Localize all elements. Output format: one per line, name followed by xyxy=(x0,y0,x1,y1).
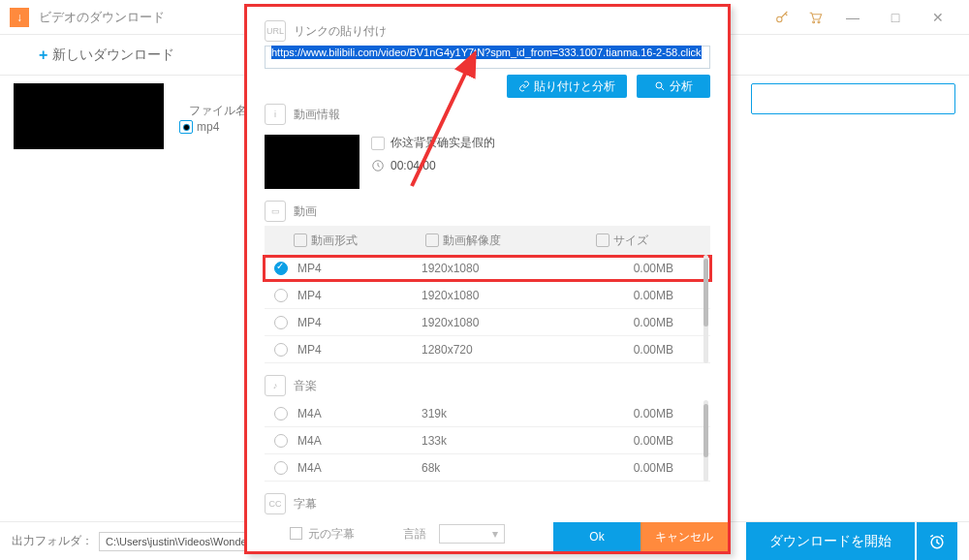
cell-size: 0.00MB xyxy=(586,434,673,448)
url-icon: URL xyxy=(265,20,286,42)
app-logo: ↓ xyxy=(10,8,29,27)
paste-url-dialog: URL リンクの貼り付け https://www.bilibili.com/vi… xyxy=(244,4,731,554)
maximize-button[interactable]: □ xyxy=(874,0,917,35)
right-outline-box xyxy=(751,83,955,114)
table-row[interactable]: M4A 68k 0.00MB xyxy=(265,454,710,482)
music-icon: ♪ xyxy=(265,375,286,396)
start-download-button[interactable]: ダウンロードを開始 xyxy=(746,522,915,561)
cell-size: 0.00MB xyxy=(586,316,673,329)
cell-format: MP4 xyxy=(297,262,422,275)
cell-res: 1920x1080 xyxy=(422,316,586,329)
video-title: 你这背景确实是假的 xyxy=(391,135,495,151)
video-info-header: i 動画情報 xyxy=(265,104,710,125)
subs-section-label: 字幕 xyxy=(294,496,317,513)
paste-analyze-label: 貼り付けと分析 xyxy=(534,78,615,95)
new-download-button[interactable]: 新しいダウンロード xyxy=(52,47,174,64)
bg-thumbnail xyxy=(14,83,164,149)
video-section-label: 動画 xyxy=(294,203,317,220)
th-format-icon xyxy=(294,233,307,247)
close-button[interactable]: ✕ xyxy=(917,0,959,35)
cancel-button[interactable]: キャンセル xyxy=(641,522,728,551)
audio-section-header: ♪ 音楽 xyxy=(265,375,710,396)
video-thumbnail xyxy=(265,135,359,189)
cc-icon: CC xyxy=(265,493,286,514)
th-size-icon xyxy=(596,233,610,247)
video-info-label: 動画情報 xyxy=(294,107,340,123)
paste-header-label: リンクの貼り付け xyxy=(294,23,387,40)
radio[interactable] xyxy=(274,407,288,420)
ok-button[interactable]: Ok xyxy=(553,522,641,551)
app-title: ビデオのダウンロード xyxy=(39,9,165,26)
cell-size: 0.00MB xyxy=(586,289,673,302)
cell-size: 0.00MB xyxy=(586,461,673,475)
cell-format: M4A xyxy=(297,461,422,475)
minimize-button[interactable]: — xyxy=(831,0,874,35)
cell-res: 319k xyxy=(422,407,586,420)
svg-point-5 xyxy=(656,82,662,88)
svg-point-2 xyxy=(818,20,820,22)
svg-point-1 xyxy=(813,20,815,22)
schedule-button[interactable] xyxy=(917,522,957,561)
th-size: サイズ xyxy=(613,233,648,249)
th-res: 動画解像度 xyxy=(443,233,501,249)
paste-analyze-button[interactable]: 貼り付けと分析 xyxy=(507,75,627,98)
scrollbar-thumb[interactable] xyxy=(703,404,708,457)
video-table-header: 動画形式 動画解像度 サイズ xyxy=(265,226,710,255)
cell-res: 1920x1080 xyxy=(422,262,586,275)
cell-size: 0.00MB xyxy=(586,262,673,275)
radio[interactable] xyxy=(274,289,288,302)
file-icon xyxy=(371,137,385,150)
cell-format: M4A xyxy=(297,407,422,420)
dialog-buttons: Ok キャンセル xyxy=(247,522,728,551)
audio-scrollbar[interactable] xyxy=(703,400,708,482)
analyze-label: 分析 xyxy=(670,78,693,95)
plus-icon: + xyxy=(39,47,47,64)
cell-res: 1280x720 xyxy=(422,343,586,357)
audio-section-label: 音楽 xyxy=(294,378,317,394)
audio-rows: M4A 319k 0.00MB M4A 133k 0.00MB M4A 68k … xyxy=(265,400,710,482)
table-row[interactable]: MP4 1920x1080 0.00MB xyxy=(265,255,710,282)
th-res-icon xyxy=(425,233,439,247)
clock-icon xyxy=(371,159,385,172)
paste-header-row: URL リンクの貼り付け xyxy=(265,20,710,42)
cell-format: MP4 xyxy=(297,343,422,357)
cell-size: 0.00MB xyxy=(586,343,673,357)
table-row[interactable]: M4A 133k 0.00MB xyxy=(265,427,710,454)
output-folder-label: 出力フォルダ： xyxy=(12,533,93,549)
cell-format: MP4 xyxy=(297,316,422,329)
table-row[interactable]: MP4 1920x1080 0.00MB xyxy=(265,282,710,309)
th-format: 動画形式 xyxy=(311,233,358,249)
url-text: https://www.bilibili.com/video/BV1nG4y1Y… xyxy=(271,46,702,59)
video-scrollbar[interactable] xyxy=(703,255,708,363)
video-rows: MP4 1920x1080 0.00MB MP4 1920x1080 0.00M… xyxy=(265,255,710,363)
svg-point-3 xyxy=(183,124,189,130)
format-text: mp4 xyxy=(197,120,219,134)
cell-format: M4A xyxy=(297,434,422,448)
format-row: mp4 xyxy=(179,120,219,134)
video-section-header: ▭ 動画 xyxy=(265,201,710,222)
key-icon[interactable] xyxy=(766,6,798,29)
url-input[interactable]: https://www.bilibili.com/video/BV1nG4y1Y… xyxy=(265,46,710,69)
cart-icon[interactable] xyxy=(798,6,831,29)
table-row[interactable]: M4A 319k 0.00MB xyxy=(265,400,710,427)
radio[interactable] xyxy=(274,461,288,475)
video-icon: ▭ xyxy=(265,201,286,222)
radio[interactable] xyxy=(274,343,288,357)
scrollbar-thumb[interactable] xyxy=(703,259,708,327)
radio[interactable] xyxy=(274,316,288,329)
cell-size: 0.00MB xyxy=(586,407,673,420)
cell-res: 133k xyxy=(422,434,586,448)
format-icon xyxy=(179,120,193,134)
cell-res: 68k xyxy=(422,461,586,475)
radio[interactable] xyxy=(274,434,288,448)
info-icon: i xyxy=(265,104,286,125)
analyze-button[interactable]: 分析 xyxy=(637,75,710,98)
table-row[interactable]: MP4 1280x720 0.00MB xyxy=(265,336,710,363)
video-duration: 00:04:00 xyxy=(391,159,436,172)
cell-res: 1920x1080 xyxy=(422,289,586,302)
subs-section-header: CC 字幕 xyxy=(265,493,710,514)
table-row[interactable]: MP4 1920x1080 0.00MB xyxy=(265,309,710,336)
radio[interactable] xyxy=(274,262,288,275)
filename-label: ファイル名 xyxy=(179,103,247,119)
svg-point-0 xyxy=(777,16,782,21)
